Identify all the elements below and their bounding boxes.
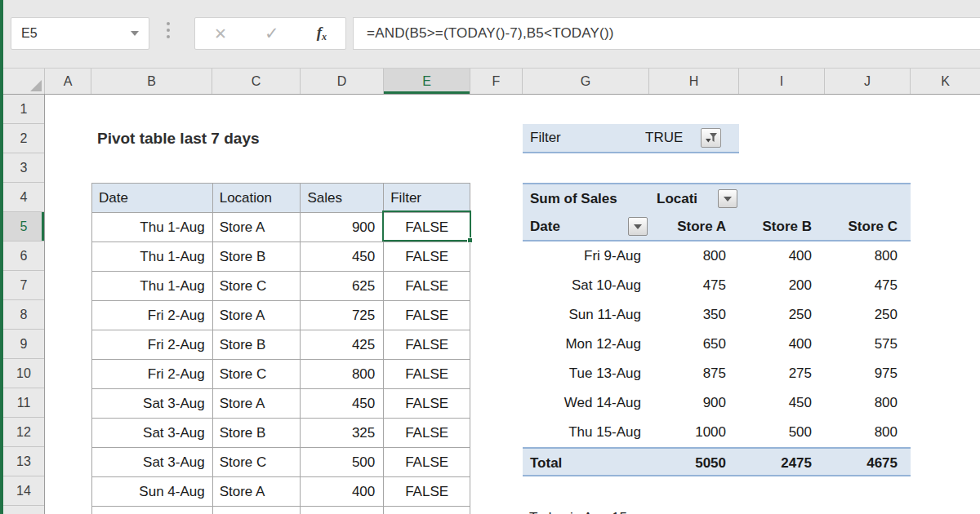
pivot-cell-store-a[interactable]: 900 bbox=[649, 388, 739, 418]
pivot-cell-store-b[interactable]: 250 bbox=[739, 300, 825, 330]
column-header-a[interactable]: A bbox=[45, 69, 91, 94]
pivot-cell-store-b[interactable]: 450 bbox=[739, 388, 825, 418]
column-header-i[interactable]: I bbox=[739, 69, 825, 94]
pivot-cell-date[interactable]: Mon 12-Aug bbox=[523, 330, 649, 359]
column-header-g[interactable]: G bbox=[523, 69, 649, 94]
cell-location[interactable]: Store B bbox=[213, 419, 301, 448]
cell-date[interactable]: Sun 4-Aug bbox=[92, 507, 213, 514]
cell-date[interactable]: Fri 2-Aug bbox=[92, 301, 213, 330]
pivot-cell-store-c[interactable]: 975 bbox=[825, 359, 911, 388]
row-header-10[interactable]: 10 bbox=[0, 359, 44, 388]
pivot-cell-store-c[interactable]: 575 bbox=[825, 330, 911, 359]
row-header-3[interactable]: 3 bbox=[0, 153, 44, 183]
column-header-j[interactable]: J bbox=[825, 69, 911, 94]
cell-location[interactable]: Store B bbox=[213, 242, 301, 272]
pivot-col-header-store-c[interactable]: Store C bbox=[825, 212, 911, 241]
cell-date[interactable]: Sat 3-Aug bbox=[92, 389, 213, 419]
pivot-total-store-c[interactable]: 4675 bbox=[825, 449, 911, 478]
pivot-header-empty-j[interactable] bbox=[825, 184, 911, 214]
pivot-cell-store-a[interactable]: 475 bbox=[649, 271, 739, 300]
cell-date[interactable]: Fri 2-Aug bbox=[92, 330, 213, 360]
table-header-location[interactable]: Location bbox=[213, 184, 301, 213]
cell-sales[interactable]: 500 bbox=[301, 448, 384, 477]
pivot-cell-store-b[interactable]: 275 bbox=[739, 359, 825, 388]
cell-filter[interactable]: FALSE bbox=[384, 301, 470, 330]
pivot-cell-store-a[interactable]: 800 bbox=[649, 241, 739, 271]
cell-location[interactable]: Store C bbox=[213, 272, 301, 301]
cell-filter[interactable]: FALSE bbox=[384, 477, 470, 507]
pivot-value-field-label[interactable]: Sum of Sales bbox=[523, 184, 649, 214]
pivot-row-field[interactable]: Date bbox=[523, 212, 649, 241]
filter-field-value[interactable]: TRUE bbox=[645, 130, 701, 146]
pivot-total-label[interactable]: Total bbox=[523, 449, 649, 478]
cell-filter[interactable]: FALSE bbox=[384, 448, 470, 477]
row-header-11[interactable]: 11 bbox=[0, 388, 44, 418]
row-header-4[interactable]: 4 bbox=[0, 183, 44, 212]
pivot-cell-store-a[interactable]: 650 bbox=[649, 330, 739, 359]
fill-handle[interactable] bbox=[467, 237, 473, 243]
cell-location[interactable]: Store A bbox=[213, 389, 301, 419]
pivot-cell-store-b[interactable]: 400 bbox=[739, 241, 825, 271]
pivot-cell-store-c[interactable]: 800 bbox=[825, 241, 911, 271]
pivot-cell-store-b[interactable]: 400 bbox=[739, 330, 825, 359]
row-header-1[interactable]: 1 bbox=[0, 95, 44, 124]
cell-location[interactable]: Store B bbox=[213, 507, 301, 514]
cell-date[interactable]: Thu 1-Aug bbox=[92, 213, 213, 242]
column-header-b[interactable]: B bbox=[91, 69, 212, 94]
row-header-13[interactable]: 13 bbox=[0, 447, 44, 476]
pivot-col-header-store-a[interactable]: Store A bbox=[649, 212, 739, 241]
cell-filter[interactable]: FALSE bbox=[384, 389, 470, 419]
pivot-column-field-dropdown-button[interactable] bbox=[718, 189, 737, 208]
cell-location[interactable]: Store A bbox=[213, 477, 301, 507]
table-header-filter[interactable]: Filter bbox=[384, 184, 470, 213]
cell-location[interactable]: Store B bbox=[213, 330, 301, 360]
row-header-12[interactable]: 12 bbox=[0, 418, 44, 447]
cell-location[interactable]: Store A bbox=[213, 213, 301, 242]
pivot-row-field-dropdown-button[interactable] bbox=[628, 217, 648, 236]
column-header-k[interactable]: K bbox=[911, 69, 980, 94]
cell-sales[interactable]: 800 bbox=[301, 360, 384, 389]
cell-date[interactable]: Sun 4-Aug bbox=[92, 477, 213, 507]
cell-sales[interactable]: 725 bbox=[301, 301, 384, 330]
pivot-cell-store-b[interactable]: 500 bbox=[739, 418, 825, 447]
pivot-cell-date[interactable]: Wed 14-Aug bbox=[523, 388, 649, 418]
cell-date[interactable]: Sat 3-Aug bbox=[92, 448, 213, 477]
pivot-cell-store-c[interactable]: 800 bbox=[825, 388, 911, 418]
cell-sales[interactable]: 450 bbox=[301, 242, 384, 272]
cell-filter[interactable]: FALSE bbox=[384, 272, 470, 301]
row-header-6[interactable]: 6 bbox=[0, 241, 44, 271]
cell-filter[interactable]: FALSE bbox=[384, 330, 470, 360]
row-header-14[interactable]: 14 bbox=[0, 476, 44, 506]
cell-date[interactable]: Fri 2-Aug bbox=[92, 360, 213, 389]
cell-sales[interactable]: 900 bbox=[301, 213, 384, 242]
table-header-date[interactable]: Date bbox=[92, 184, 213, 213]
pivot-cell-store-c[interactable]: 475 bbox=[825, 271, 911, 300]
cell-sales[interactable]: 375 bbox=[301, 507, 384, 514]
enter-icon[interactable]: ✓ bbox=[265, 24, 279, 43]
pivot-cell-date[interactable]: Sat 10-Aug bbox=[523, 271, 649, 300]
cancel-icon[interactable]: ✕ bbox=[214, 24, 227, 43]
column-header-h[interactable]: H bbox=[649, 69, 739, 94]
column-header-c[interactable]: C bbox=[212, 69, 301, 94]
row-header-8[interactable]: 8 bbox=[0, 300, 44, 330]
partial-note-text[interactable]: Today is Aug 15 bbox=[529, 506, 627, 514]
pivot-cell-store-a[interactable]: 350 bbox=[649, 300, 739, 330]
select-all-button[interactable] bbox=[0, 69, 45, 94]
insert-function-icon[interactable]: fx bbox=[317, 24, 327, 43]
cell-location[interactable]: Store C bbox=[213, 360, 301, 389]
name-box-caret-icon[interactable] bbox=[131, 31, 139, 36]
pivot-column-field[interactable]: Locati bbox=[649, 184, 739, 214]
cell-filter[interactable]: FALSE bbox=[384, 242, 470, 272]
cell-sales[interactable]: 325 bbox=[301, 419, 384, 448]
pivot-cell-date[interactable]: Fri 9-Aug bbox=[523, 241, 649, 271]
pivot-total-store-a[interactable]: 5050 bbox=[649, 449, 739, 478]
selected-cell-outline[interactable] bbox=[382, 210, 471, 241]
pivot-cell-date[interactable]: Tue 13-Aug bbox=[523, 359, 649, 388]
row-header-5-selected[interactable]: 5 bbox=[0, 212, 44, 241]
formula-bar[interactable]: =AND(B5>=(TODAY()-7),B5<TODAY()) bbox=[353, 17, 980, 50]
cell-location[interactable]: Store C bbox=[213, 448, 301, 477]
cell-location[interactable]: Store A bbox=[213, 301, 301, 330]
pivot-cell-store-b[interactable]: 200 bbox=[739, 271, 825, 300]
pivot-cell-store-a[interactable]: 875 bbox=[649, 359, 739, 388]
pivot-header-empty-i[interactable] bbox=[739, 184, 825, 214]
